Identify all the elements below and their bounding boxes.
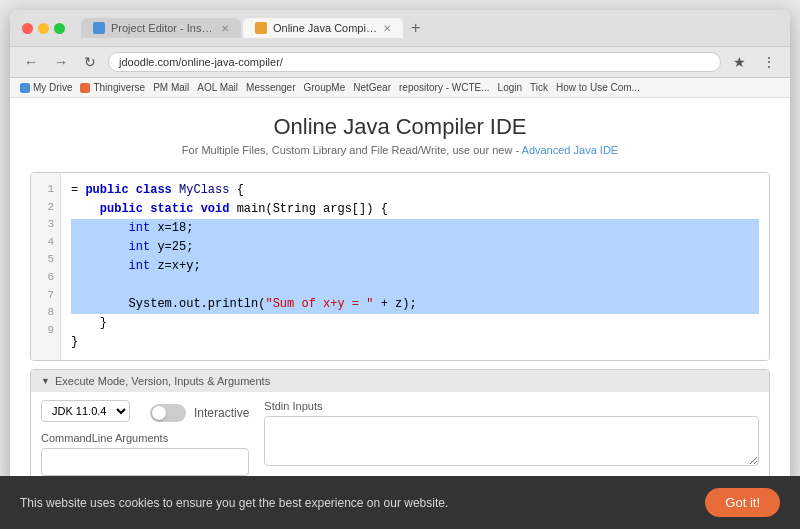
new-tab-button[interactable]: + [405,19,426,37]
back-button[interactable]: ← [20,52,42,72]
tab-label-pe: Project Editor - Instructables [111,22,215,34]
cmdline-input[interactable] [41,448,249,476]
tab-label-jd: Online Java Compiler - Online... [273,22,377,34]
tab-project-editor[interactable]: Project Editor - Instructables ✕ [81,18,241,38]
interactive-toggle[interactable]: Interactive [150,400,249,422]
jdk-select[interactable]: JDK 11.0.4 JDK 8 JDK 14 [41,400,130,422]
code-line-7: System.out.println("Sum of x+y = " + z); [71,295,759,314]
traffic-lights [22,23,65,34]
code-line-1: = public class MyClass { [71,181,759,200]
url-bar[interactable]: jdoodle.com/online-java-compiler/ [108,52,721,72]
cmdline-label: CommandLine Arguments [41,432,249,444]
bookmark-repo[interactable]: repository - WCTE... [399,82,490,93]
bookmark-login[interactable]: Login [498,82,522,93]
toggle-switch[interactable] [150,404,186,422]
code-line-2: public static void main(String args[]) { [71,200,759,219]
line-numbers: 1 2 3 4 5 6 7 8 9 [31,173,61,360]
code-line-5: int z=x+y; [71,257,759,276]
controls-header-label: Execute Mode, Version, Inputs & Argument… [55,375,270,387]
bookmark-aol[interactable]: AOL Mail [197,82,238,93]
page-subtitle: For Multiple Files, Custom Library and F… [30,144,770,156]
bookmark-icon-tv [80,83,90,93]
page-header: Online Java Compiler IDE For Multiple Fi… [10,98,790,164]
reload-button[interactable]: ↻ [80,52,100,72]
bookmark-label: repository - WCTE... [399,82,490,93]
controls-left: JDK 11.0.4 JDK 8 JDK 14 Interactive [41,400,249,476]
code-line-4: int y=25; [71,238,759,257]
controls-section: ▼ Execute Mode, Version, Inputs & Argume… [30,369,770,485]
code-line-8: } [71,314,759,333]
code-editor[interactable]: 1 2 3 4 5 6 7 8 9 = public class MyClass… [30,172,770,361]
bookmark-mydrive[interactable]: My Drive [20,82,72,93]
bookmarks-bar: My Drive Thingiverse PM Mail AOL Mail Me… [10,78,790,98]
bookmark-label: PM Mail [153,82,189,93]
bookmark-label: My Drive [33,82,72,93]
bookmark-label: How to Use Com... [556,82,640,93]
settings-icon[interactable]: ⋮ [758,52,780,72]
bookmark-label: NetGear [353,82,391,93]
bookmark-label: Login [498,82,522,93]
toggle-knob [152,406,166,420]
cmdline-section: CommandLine Arguments [41,426,249,476]
stdin-section: Stdin Inputs [264,400,759,470]
tab-close-pe[interactable]: ✕ [221,23,229,34]
bookmark-netgear[interactable]: NetGear [353,82,391,93]
forward-button[interactable]: → [50,52,72,72]
tab-java-compiler[interactable]: Online Java Compiler - Online... ✕ [243,18,403,38]
stdin-label: Stdin Inputs [264,400,759,412]
bookmark-thingiverse[interactable]: Thingiverse [80,82,145,93]
close-button[interactable] [22,23,33,34]
tabs-bar: Project Editor - Instructables ✕ Online … [81,18,778,38]
left-top: JDK 11.0.4 JDK 8 JDK 14 Interactive [41,400,249,422]
chevron-down-icon: ▼ [41,376,50,386]
advanced-ide-link[interactable]: Advanced Java IDE [522,144,619,156]
got-it-button[interactable]: Got it! [705,488,780,517]
tab-favicon-pe [93,22,105,34]
tab-close-jd[interactable]: ✕ [383,23,391,34]
bookmark-label: Thingiverse [93,82,145,93]
jdk-select-wrapper: JDK 11.0.4 JDK 8 JDK 14 [41,400,130,422]
stdin-textarea[interactable] [264,416,759,466]
bookmark-messenger[interactable]: Messenger [246,82,295,93]
cookie-message: This website uses cookies to ensure you … [20,496,448,510]
cookie-banner: This website uses cookies to ensure you … [0,476,800,529]
code-line-9: } [71,333,759,352]
title-bar: Project Editor - Instructables ✕ Online … [10,10,790,47]
bookmark-label: GroupMe [304,82,346,93]
interactive-label: Interactive [194,406,249,420]
tab-favicon-jd [255,22,267,34]
bookmark-label: AOL Mail [197,82,238,93]
code-area[interactable]: = public class MyClass { public static v… [61,173,769,360]
bookmark-icon-drive [20,83,30,93]
address-bar: ← → ↻ jdoodle.com/online-java-compiler/ … [10,47,790,78]
page-content: Online Java Compiler IDE For Multiple Fi… [10,98,790,488]
controls-row: JDK 11.0.4 JDK 8 JDK 14 Interactive [41,400,759,476]
bookmark-button[interactable]: ★ [729,52,750,72]
code-line-3: int x=18; [71,219,759,238]
bookmark-label: Messenger [246,82,295,93]
controls-body: JDK 11.0.4 JDK 8 JDK 14 Interactive [31,392,769,484]
minimize-button[interactable] [38,23,49,34]
controls-header[interactable]: ▼ Execute Mode, Version, Inputs & Argume… [31,370,769,392]
bookmark-tick[interactable]: Tick [530,82,548,93]
code-line-6 [71,276,759,295]
bookmark-howto[interactable]: How to Use Com... [556,82,640,93]
maximize-button[interactable] [54,23,65,34]
bookmark-label: Tick [530,82,548,93]
bookmark-mail[interactable]: PM Mail [153,82,189,93]
url-text: jdoodle.com/online-java-compiler/ [119,56,283,68]
page-title: Online Java Compiler IDE [30,114,770,140]
bookmark-groupme[interactable]: GroupMe [304,82,346,93]
